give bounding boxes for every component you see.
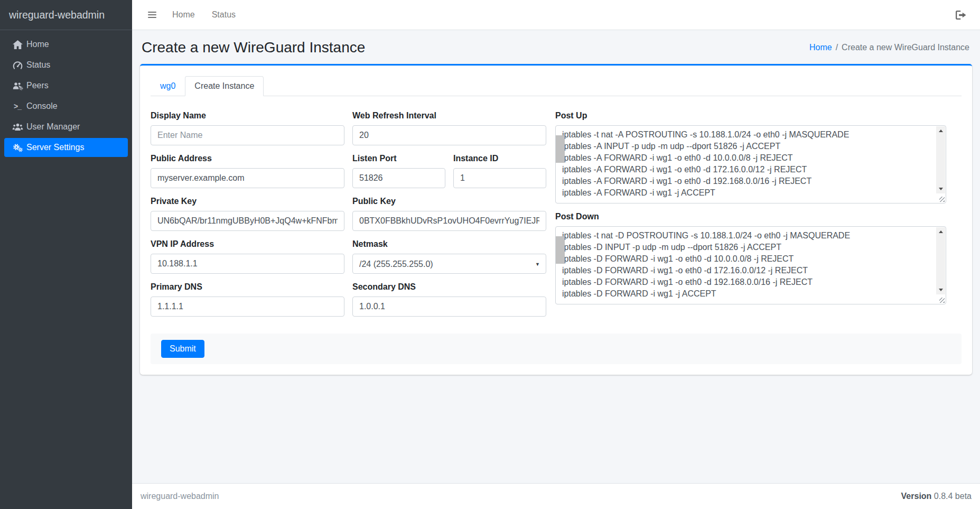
netmask-label: Netmask [352,239,546,249]
post-up-scrollbar[interactable] [936,126,945,193]
public-key-input[interactable] [352,211,546,231]
primary-dns-input[interactable] [151,297,344,317]
display-name-label: Display Name [151,111,344,121]
post-down-textarea[interactable]: iptables -t nat -D POSTROUTING -s 10.188… [555,226,946,304]
scroll-down-icon[interactable] [936,285,945,294]
listen-port-label: Listen Port [352,154,445,163]
resize-grip-icon[interactable] [939,298,945,303]
post-up-label: Post Up [555,111,946,121]
tab-wg0[interactable]: wg0 [151,76,185,96]
terminal-icon: >_ [8,102,26,110]
web-refresh-interval-input[interactable] [352,125,546,145]
public-address-input[interactable] [151,168,344,188]
scrollbar-thumb[interactable] [556,135,565,163]
brand-title[interactable]: wireguard-webadmin [0,0,132,30]
create-instance-form: Display Name Web Refresh Interval [151,96,962,325]
post-up-textarea[interactable]: iptables -t nat -A POSTROUTING -s 10.188… [555,125,946,203]
netmask-select[interactable]: /24 (255.255.255.0) [352,254,546,274]
instance-id-input[interactable] [453,168,546,188]
sidebar-item-label: Status [26,60,50,70]
footer-brand: wireguard-webadmin [141,492,219,501]
home-icon [8,40,26,49]
listen-port-input[interactable] [352,168,445,188]
resize-grip-icon[interactable] [939,197,945,202]
main-area: Home Status Create a new WireGuard Insta… [132,0,980,509]
sidebar-item-console[interactable]: >_ Console [4,97,128,116]
tab-create-instance[interactable]: Create Instance [185,76,264,96]
instance-card: wg0 Create Instance Display Name [140,64,972,375]
top-navbar: Home Status [132,0,980,30]
form-right-column: Post Up iptables -t nat -A POSTROUTING -… [555,111,946,325]
sidebar-item-server-settings[interactable]: Server Settings [4,138,128,157]
users-icon [8,123,26,132]
app-window: wireguard-webadmin Home Status Peers [0,0,980,509]
vpn-ip-input[interactable] [151,254,344,274]
scrollbar-thumb[interactable] [556,236,565,264]
card-body: wg0 Create Instance Display Name [140,66,972,375]
post-down-text: iptables -t nat -D POSTROUTING -s 10.188… [556,227,946,304]
footer-version-label: Version [901,492,932,501]
post-down-scrollbar[interactable] [936,227,945,294]
submit-strip: Submit [151,334,962,364]
sidebar-nav: Home Status Peers >_ Console [0,30,132,163]
gears-icon [8,143,26,152]
submit-button[interactable]: Submit [161,340,204,358]
primary-dns-label: Primary DNS [151,282,344,292]
form-left-column: Display Name Web Refresh Interval [151,111,547,325]
footer-version-value: 0.8.4 beta [934,492,972,501]
navbar-link-home[interactable]: Home [164,6,203,24]
display-name-input[interactable] [151,125,344,145]
sidebar-item-peers[interactable]: Peers [4,76,128,95]
post-up-text: iptables -t nat -A POSTROUTING -s 10.188… [556,126,946,203]
content: Create a new WireGuard Instance Home/Cre… [132,30,980,483]
breadcrumb-current: Create a new WireGuard Instance [842,43,969,52]
footer-version: Version 0.8.4 beta [901,492,972,501]
sidebar-item-label: Console [26,101,58,111]
sidebar-item-label: Server Settings [26,143,84,152]
hamburger-icon[interactable] [144,8,161,21]
web-refresh-interval-label: Web Refresh Interval [352,111,546,121]
content-header: Create a new WireGuard Instance Home/Cre… [140,30,972,64]
public-address-label: Public Address [151,154,344,163]
navbar-link-status[interactable]: Status [203,6,244,24]
sign-out-icon[interactable] [950,7,972,23]
breadcrumb-separator: / [836,43,838,52]
breadcrumb: Home/Create a new WireGuard Instance [809,43,969,52]
scroll-down-icon[interactable] [936,184,945,193]
sidebar-item-home[interactable]: Home [4,35,128,54]
users-gear-icon [8,81,26,90]
sidebar-item-status[interactable]: Status [4,55,128,75]
instance-tabs: wg0 Create Instance [151,76,962,96]
private-key-input[interactable] [151,211,344,231]
scroll-up-icon[interactable] [936,227,945,236]
post-down-label: Post Down [555,212,946,221]
main-footer: wireguard-webadmin Version 0.8.4 beta [132,483,980,509]
instance-id-label: Instance ID [453,154,546,163]
sidebar-item-label: User Manager [26,122,80,132]
scroll-up-icon[interactable] [936,126,945,135]
private-key-label: Private Key [151,197,344,206]
secondary-dns-input[interactable] [352,297,546,317]
secondary-dns-label: Secondary DNS [352,282,546,292]
vpn-ip-label: VPN IP Address [151,239,344,249]
breadcrumb-home-link[interactable]: Home [809,43,832,52]
sidebar-item-user-manager[interactable]: User Manager [4,117,128,136]
gauge-icon [8,61,26,70]
sidebar: wireguard-webadmin Home Status Peers [0,0,132,509]
public-key-label: Public Key [352,197,546,206]
sidebar-item-label: Home [26,40,49,49]
sidebar-item-label: Peers [26,81,49,90]
page-title: Create a new WireGuard Instance [142,39,365,56]
